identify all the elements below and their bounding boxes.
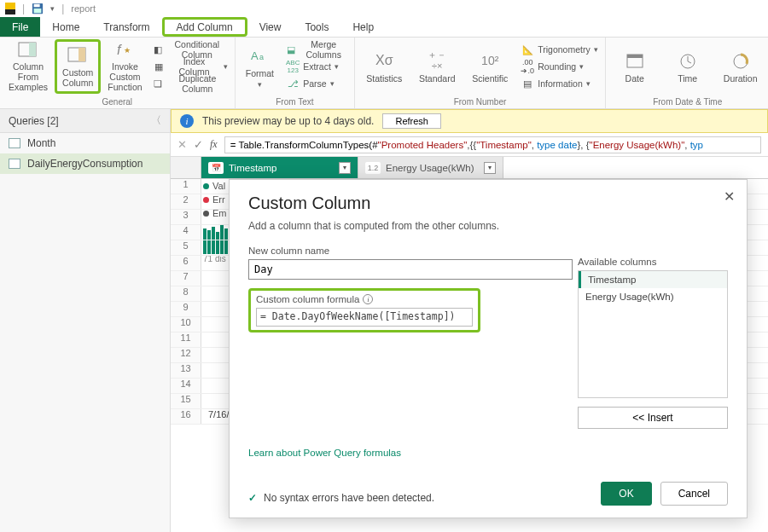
extract-button[interactable]: ABC123Extract▾ bbox=[282, 58, 351, 75]
row-number: 12 bbox=[171, 348, 201, 362]
info-message: This preview may be up to 4 days old. bbox=[202, 115, 374, 127]
separator: | bbox=[61, 3, 64, 14]
row-number: 13 bbox=[171, 363, 201, 378]
dialog-title: Custom Column bbox=[248, 194, 728, 213]
query-item[interactable]: Month bbox=[0, 133, 170, 153]
svg-text:A: A bbox=[251, 49, 259, 62]
svg-rect-6 bbox=[79, 48, 85, 61]
column-header-energy[interactable]: 1.2 Energy Usage(kWh) ▾ bbox=[358, 157, 503, 178]
row-number: 8 bbox=[171, 286, 201, 301]
row-number: 10 bbox=[171, 317, 201, 332]
svg-rect-4 bbox=[29, 43, 36, 56]
scientific-button[interactable]: 10²Scientific bbox=[464, 39, 515, 94]
column-header-timestamp[interactable]: 📅 Timestamp ▾ bbox=[201, 157, 358, 178]
save-icon[interactable] bbox=[32, 3, 44, 14]
ribbon-group-from-number: ΧσStatistics ＋－÷×Standard 10²Scientific … bbox=[355, 38, 605, 108]
row-number: 6 bbox=[171, 256, 201, 270]
standard-button[interactable]: ＋－÷×Standard bbox=[411, 39, 463, 94]
document-name: report bbox=[71, 3, 96, 14]
title-bar: | ▾ | report bbox=[0, 0, 768, 17]
trigonometry-button[interactable]: 📐Trigonometry▾ bbox=[517, 41, 601, 58]
available-column-item[interactable]: Energy Usage(kWh) bbox=[579, 288, 727, 305]
svg-text:★: ★ bbox=[124, 46, 131, 55]
invoke-custom-function-button[interactable]: f★ Invoke Custom Function bbox=[102, 39, 147, 94]
ribbon-group-from-datetime: Date Time Duration From Date & Time bbox=[606, 38, 768, 108]
time-button[interactable]: Time bbox=[662, 39, 713, 94]
file-menu[interactable]: File bbox=[0, 17, 40, 37]
datatype-decimal-icon[interactable]: 1.2 bbox=[365, 162, 381, 174]
queries-pane: Queries [2] 〈 Month DailyEnergyConsumpti… bbox=[0, 109, 171, 532]
ribbon-group-general: Column From Examples Custom Column f★ In… bbox=[0, 38, 236, 108]
info-icon[interactable]: i bbox=[363, 294, 373, 304]
refresh-button[interactable]: Refresh bbox=[382, 113, 441, 129]
label: Column From Examples bbox=[9, 61, 48, 92]
collapse-icon[interactable]: 〈 bbox=[151, 113, 161, 128]
tab-add-column[interactable]: Add Column bbox=[162, 17, 247, 37]
tab-view[interactable]: View bbox=[247, 17, 294, 37]
insert-button[interactable]: << Insert bbox=[578, 407, 728, 429]
duplicate-column-button[interactable]: ❏Duplicate Column bbox=[149, 75, 231, 92]
row-number: 3 bbox=[171, 210, 201, 224]
fx-label[interactable]: fx bbox=[210, 138, 218, 151]
check-icon: ✓ bbox=[248, 492, 257, 504]
row-number: 9 bbox=[171, 302, 201, 316]
tab-home[interactable]: Home bbox=[40, 17, 91, 37]
row-number: 14 bbox=[171, 379, 201, 393]
cancel-button[interactable]: Cancel bbox=[660, 482, 728, 506]
syntax-status: ✓ No syntax errors have been detected. bbox=[248, 492, 434, 504]
row-number: 1 bbox=[171, 179, 201, 194]
row-number: 15 bbox=[171, 394, 201, 408]
info-icon: i bbox=[180, 114, 194, 128]
column-from-examples-button[interactable]: Column From Examples bbox=[3, 39, 53, 94]
menu-bar: File Home Transform Add Column View Tool… bbox=[0, 17, 768, 38]
commit-formula-icon[interactable]: ✓ bbox=[194, 138, 203, 151]
duration-button[interactable]: Duration bbox=[715, 39, 766, 94]
ok-button[interactable]: OK bbox=[601, 482, 651, 506]
label: Invoke Custom Function bbox=[108, 61, 142, 92]
information-button[interactable]: ▤Information▾ bbox=[517, 75, 601, 92]
qat-dropdown-icon[interactable]: ▾ bbox=[50, 4, 55, 13]
formula-bar: ✕ ✓ fx = Table.TransformColumnTypes(#"Pr… bbox=[171, 133, 768, 157]
learn-link[interactable]: Learn about Power Query formulas bbox=[248, 448, 401, 458]
datatype-date-icon[interactable]: 📅 bbox=[208, 162, 224, 174]
ribbon: Column From Examples Custom Column f★ In… bbox=[0, 38, 768, 109]
queries-header: Queries [2] bbox=[9, 115, 59, 127]
filter-dropdown-icon[interactable]: ▾ bbox=[484, 162, 496, 174]
row-number: 2 bbox=[171, 194, 201, 209]
row-number: 7 bbox=[171, 271, 201, 286]
formula-input[interactable]: = Date.DayOfWeekName([Timestamp]) bbox=[256, 308, 473, 327]
rounding-button[interactable]: .00➔.0Rounding▾ bbox=[517, 58, 601, 75]
formula-input[interactable]: = Table.TransformColumnTypes(#"Promoted … bbox=[224, 136, 761, 153]
merge-columns-button[interactable]: ⬓Merge Columns bbox=[282, 41, 351, 58]
svg-text:a: a bbox=[259, 53, 264, 61]
table-corner[interactable] bbox=[171, 157, 201, 178]
close-icon[interactable]: ✕ bbox=[724, 188, 735, 205]
table-icon bbox=[9, 159, 20, 169]
svg-rect-12 bbox=[627, 55, 643, 58]
tab-tools[interactable]: Tools bbox=[293, 17, 340, 37]
available-columns-panel: Available columns Timestamp Energy Usage… bbox=[578, 257, 728, 429]
statistics-button[interactable]: ΧσStatistics bbox=[358, 39, 410, 94]
date-button[interactable]: Date bbox=[609, 39, 660, 94]
available-columns-list[interactable]: Timestamp Energy Usage(kWh) bbox=[578, 270, 728, 398]
custom-column-button[interactable]: Custom Column bbox=[55, 39, 101, 94]
tab-help[interactable]: Help bbox=[340, 17, 386, 37]
svg-rect-2 bbox=[34, 9, 42, 13]
column-headers: 📅 Timestamp ▾ 1.2 Energy Usage(kWh) ▾ bbox=[171, 157, 768, 179]
parse-button[interactable]: ⎇Parse▾ bbox=[282, 75, 351, 92]
formula-highlight: Custom column formula i = Date.DayOfWeek… bbox=[248, 288, 480, 332]
cancel-formula-icon[interactable]: ✕ bbox=[177, 138, 187, 151]
info-bar: i This preview may be up to 4 days old. … bbox=[171, 109, 768, 133]
filter-dropdown-icon[interactable]: ▾ bbox=[339, 162, 351, 174]
query-item[interactable]: DailyEnergyConsumption bbox=[0, 153, 170, 174]
svg-text:f: f bbox=[117, 43, 122, 57]
new-column-name-input[interactable] bbox=[248, 259, 573, 280]
ribbon-group-from-text: Aa Format▾ ⬓Merge Columns ABC123Extract▾… bbox=[236, 38, 356, 108]
svg-rect-1 bbox=[34, 4, 40, 8]
available-column-item[interactable]: Timestamp bbox=[579, 271, 727, 288]
format-button[interactable]: Aa Format▾ bbox=[239, 39, 282, 94]
group-label: General bbox=[102, 97, 132, 108]
tab-transform[interactable]: Transform bbox=[91, 17, 161, 37]
row-number: 11 bbox=[171, 332, 201, 347]
svg-line-15 bbox=[688, 61, 691, 63]
